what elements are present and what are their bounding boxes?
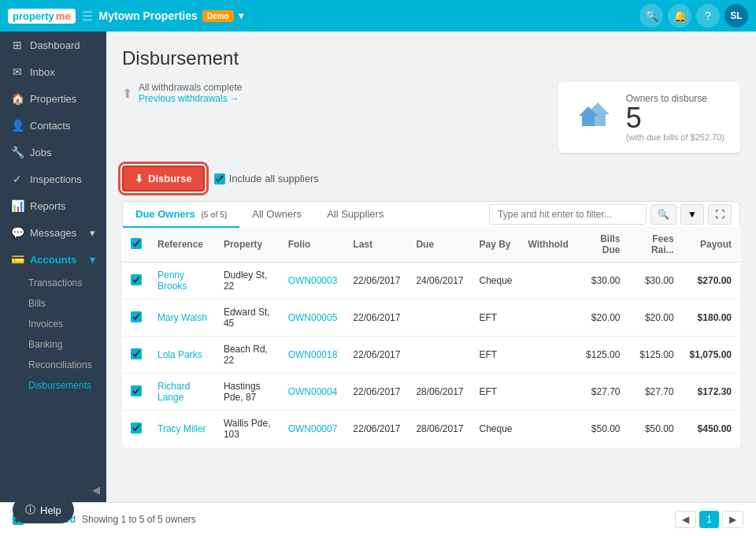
search-filter-btn[interactable]: 🔍 — [650, 204, 676, 225]
tabs-container: Due Owners (5 of 5) All Owners All Suppl… — [123, 202, 396, 226]
row-fees-raised: $125.00 — [628, 337, 681, 374]
row-last: 22/06/2017 — [345, 262, 408, 300]
sidebar-item-jobs[interactable]: 🔧 Jobs — [0, 139, 106, 166]
header-fees-raised: Fees Rai... — [628, 227, 681, 262]
sidebar-item-invoices[interactable]: Invoices — [0, 314, 106, 334]
row-last: 22/06/2017 — [345, 300, 408, 337]
row-reference[interactable]: Penny Brooks — [150, 262, 216, 300]
header-last: Last — [345, 227, 408, 262]
include-all-suppliers-checkbox[interactable] — [214, 173, 225, 184]
page-1-btn[interactable]: 1 — [699, 511, 719, 528]
sidebar-item-transactions[interactable]: Transactions — [0, 273, 106, 293]
sidebar-item-reports[interactable]: 📊 Reports — [0, 192, 106, 219]
row-folio[interactable]: OWN00003 — [280, 262, 346, 300]
disbursement-table: Reference Property Folio Last Due Pay By… — [122, 226, 740, 448]
row-bills-due: $30.00 — [576, 262, 628, 300]
expand-filter-btn[interactable]: ⛶ — [708, 204, 732, 225]
toolbar: ⬇ Disburse Include all suppliers — [122, 166, 740, 192]
sidebar-item-dashboard[interactable]: ⊞ Dashboard — [0, 32, 106, 58]
dashboard-icon: ⊞ — [11, 39, 24, 51]
select-all-checkbox[interactable] — [131, 238, 142, 249]
row-fees-raised: $20.00 — [628, 300, 681, 337]
row-checkbox-1[interactable] — [131, 311, 142, 322]
row-last: 22/06/2017 — [345, 374, 408, 411]
table-row: Tracy Miller Wallis Pde, 103 OWN00007 22… — [123, 411, 740, 448]
row-checkbox-cell — [123, 411, 150, 448]
disburse-button[interactable]: ⬇ Disburse — [122, 166, 205, 192]
header-reference: Reference — [150, 227, 216, 262]
row-pay-by: Cheque — [471, 411, 520, 448]
sidebar-item-banking[interactable]: Banking — [0, 334, 106, 355]
top-bar: ⬆ All withdrawals complete Previous with… — [122, 82, 740, 153]
row-reference[interactable]: Tracy Miller — [150, 411, 216, 448]
options-filter-btn[interactable]: ▼ — [680, 204, 704, 225]
tab-all-owners[interactable]: All Owners — [239, 202, 314, 228]
include-all-suppliers-label[interactable]: Include all suppliers — [214, 173, 319, 184]
help-icon-btn[interactable]: ? — [696, 4, 720, 28]
row-due: 24/06/2017 — [408, 262, 471, 300]
row-payout: $270.00 — [682, 262, 740, 300]
row-folio[interactable]: OWN00005 — [280, 300, 346, 337]
header-withhold: Withhold — [521, 227, 576, 262]
row-pay-by: EFT — [471, 337, 520, 374]
sidebar-item-disbursements[interactable]: Disbursements — [0, 375, 106, 396]
row-checkbox-3[interactable] — [131, 385, 142, 396]
row-due — [408, 300, 471, 337]
sidebar-item-bills[interactable]: Bills — [0, 293, 106, 314]
row-payout: $450.00 — [682, 411, 740, 448]
inspections-icon: ✓ — [11, 173, 24, 185]
reports-icon: 📊 — [11, 199, 24, 212]
row-checkbox-0[interactable] — [131, 274, 142, 285]
accounts-section[interactable]: 💳 Accounts ▾ — [0, 246, 106, 273]
prev-page-btn[interactable]: ◀ — [675, 511, 696, 528]
tab-all-suppliers[interactable]: All Suppliers — [314, 202, 396, 228]
filter-input[interactable] — [489, 204, 647, 225]
table-row: Mary Walsh Edward St, 45 OWN00005 22/06/… — [123, 300, 740, 337]
table-row: Richard Lange Hastings Pde, 87 OWN00004 … — [123, 374, 740, 411]
row-last: 22/06/2017 — [345, 337, 408, 374]
logo-me: me — [56, 10, 71, 22]
row-folio[interactable]: OWN00004 — [280, 374, 346, 411]
sidebar-item-properties[interactable]: 🏠 Properties — [0, 85, 106, 112]
contacts-icon: 👤 — [11, 119, 24, 132]
row-checkbox-2[interactable] — [131, 348, 142, 359]
table-row: Penny Brooks Dudley St, 22 OWN00003 22/0… — [123, 262, 740, 300]
sidebar: ⊞ Dashboard ✉ Inbox 🏠 Properties 👤 Conta… — [0, 32, 106, 502]
row-bills-due: $125.00 — [576, 337, 628, 374]
help-button[interactable]: ⓘ Help — [13, 497, 74, 523]
row-folio[interactable]: OWN00018 — [280, 337, 346, 374]
row-folio[interactable]: OWN00007 — [280, 411, 346, 448]
previous-withdrawals-link[interactable]: Previous withdrawals → — [139, 93, 239, 104]
logo: propertyme — [8, 9, 76, 24]
filter-area: 🔍 ▼ ⛶ — [489, 204, 732, 225]
tab-due-owners[interactable]: Due Owners (5 of 5) — [123, 202, 239, 228]
search-icon-btn[interactable]: 🔍 — [639, 4, 663, 28]
bell-icon-btn[interactable]: 🔔 — [668, 4, 691, 28]
sidebar-item-reconciliations[interactable]: Reconciliations — [0, 355, 106, 375]
sidebar-item-inspections[interactable]: ✓ Inspections — [0, 166, 106, 192]
withdrawal-info: ⬆ All withdrawals complete Previous with… — [122, 82, 242, 104]
dropdown-icon[interactable]: ▾ — [239, 10, 243, 21]
withdrawal-status: All withdrawals complete Previous withdr… — [139, 82, 242, 104]
pagination: ◀ 1 ▶ — [675, 511, 743, 528]
row-reference[interactable]: Lola Parks — [150, 337, 216, 374]
next-page-btn[interactable]: ▶ — [722, 511, 743, 528]
nav-right: 🔍 🔔 ? SL — [639, 4, 748, 28]
row-withhold — [521, 337, 576, 374]
nav-left: propertyme ☰ Mytown Properties Demo ▾ — [8, 9, 243, 24]
table-row: Lola Parks Beach Rd, 22 OWN00018 22/06/2… — [123, 337, 740, 374]
sidebar-item-messages[interactable]: 💬 Messages ▾ — [0, 219, 106, 246]
row-reference[interactable]: Richard Lange — [150, 374, 216, 411]
showing-text: Showing 1 to 5 of 5 owners — [82, 514, 196, 525]
row-withhold — [521, 262, 576, 300]
accounts-icon: 💳 — [11, 253, 24, 266]
row-property: Wallis Pde, 103 — [216, 411, 280, 448]
row-checkbox-4[interactable] — [131, 422, 142, 434]
row-reference[interactable]: Mary Walsh — [150, 300, 216, 337]
row-payout: $180.00 — [682, 300, 740, 337]
avatar-btn[interactable]: SL — [724, 4, 748, 28]
menu-icon[interactable]: ☰ — [82, 9, 93, 24]
sidebar-item-contacts[interactable]: 👤 Contacts — [0, 112, 106, 139]
row-due: 28/06/2017 — [408, 374, 471, 411]
sidebar-item-inbox[interactable]: ✉ Inbox — [0, 58, 106, 85]
